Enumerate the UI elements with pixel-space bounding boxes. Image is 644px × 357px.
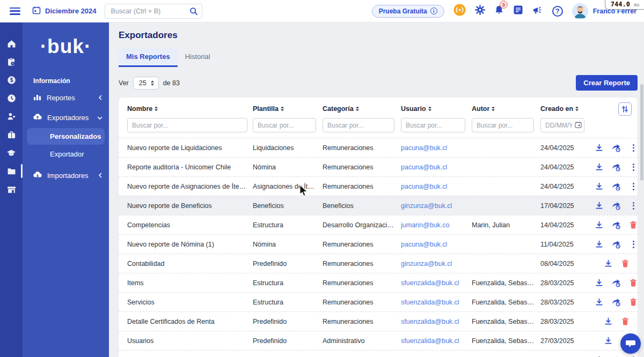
tab-historial[interactable]: Historial (178, 48, 218, 67)
avatar[interactable] (572, 3, 588, 19)
settings-gear-icon[interactable] (475, 5, 485, 17)
kebab-menu-icon[interactable] (628, 162, 638, 172)
hamburger-menu-icon[interactable] (10, 8, 20, 15)
search-input[interactable] (105, 4, 202, 19)
trial-badge[interactable]: Prueba Gratuita i (372, 5, 444, 18)
rail-documents-icon[interactable] (0, 162, 23, 180)
table-row[interactable]: ItemsEstructuraRemuneracionessfuenzalida… (119, 273, 638, 292)
delete-icon[interactable] (628, 278, 638, 288)
download-icon[interactable] (594, 143, 604, 153)
table-row[interactable]: Nuevo reporte de BeneficiosBeneficiosBen… (119, 196, 638, 215)
chat-fab-button[interactable] (620, 333, 641, 354)
tab-mis-reportes[interactable]: Mis Reportes (119, 48, 178, 67)
notifications-bell-icon[interactable]: 3 (494, 5, 504, 17)
sidebar-item-exportadores[interactable]: Exportadores (23, 108, 109, 127)
filter-autor-input[interactable] (472, 118, 534, 132)
kebab-menu-icon[interactable] (628, 143, 638, 153)
download-icon[interactable] (603, 259, 613, 269)
cell-usuario[interactable]: sfuenzalida@buk.cl (401, 337, 472, 345)
scrollbar-thumb[interactable] (640, 84, 643, 181)
schedule-send-icon[interactable] (611, 162, 621, 172)
cell-usuario[interactable]: ginzunza@buk.cl (401, 202, 472, 210)
download-icon[interactable] (594, 298, 604, 307)
download-icon[interactable] (594, 220, 604, 230)
rail-payroll-icon[interactable]: $ (0, 71, 23, 89)
rail-benefits-icon[interactable] (0, 125, 23, 144)
download-icon[interactable] (594, 278, 604, 288)
schedule-send-icon[interactable] (611, 240, 621, 249)
column-header-plantilla[interactable]: Plantilla (253, 105, 323, 113)
rail-home-icon[interactable] (0, 34, 23, 53)
rail-talent-icon[interactable] (0, 107, 23, 125)
table-row[interactable]: Nuevo reporte de LiquidacionesLiquidacio… (119, 138, 638, 157)
schedule-send-icon[interactable] (611, 143, 621, 153)
delete-icon[interactable] (628, 220, 638, 230)
page-size-select[interactable]: 25 (133, 77, 159, 90)
column-header-categoria[interactable]: Categoría (323, 105, 401, 113)
megaphone-icon[interactable] (532, 5, 543, 17)
cell-usuario[interactable]: pacuna@buk.cl (401, 144, 472, 152)
delete-icon[interactable] (620, 259, 630, 269)
cell-usuario[interactable]: ginzunza@buk.cl (401, 260, 472, 267)
download-icon[interactable] (594, 182, 604, 191)
table-row[interactable]: CompetenciasEstructuraDesarrollo Organiz… (119, 215, 638, 234)
table-row[interactable]: Reporte auditoría - Unicomer ChileNómina… (119, 157, 638, 176)
search-icon[interactable] (189, 7, 198, 18)
download-icon[interactable] (594, 240, 604, 249)
schedule-send-icon[interactable] (611, 220, 621, 230)
rail-time-icon[interactable] (0, 89, 23, 107)
table-row[interactable]: Nuevo reporte de NóminaNóminaRemuneracio… (119, 350, 638, 357)
filter-nombre-input[interactable] (127, 118, 247, 132)
delete-icon[interactable] (628, 298, 638, 307)
cell-usuario[interactable]: pacuna@buk.cl (401, 241, 472, 248)
delete-icon[interactable] (620, 317, 630, 326)
create-report-button[interactable]: Crear Reporte (576, 75, 638, 91)
rail-marketplace-icon[interactable] (0, 180, 23, 198)
column-header-creado-en[interactable]: Creado en (540, 105, 594, 113)
table-row[interactable]: ContabilidadPredefinidoRemuneracionesgin… (119, 254, 638, 273)
cell-usuario[interactable]: sfuenzalida@buk.cl (401, 299, 472, 306)
cell-usuario[interactable]: sfuenzalida@buk.cl (401, 318, 472, 325)
table-row[interactable]: Detalle Certificados de RentaPredefinido… (119, 311, 638, 331)
rail-training-icon[interactable] (0, 144, 23, 162)
kebab-menu-icon[interactable] (628, 240, 638, 249)
kebab-menu-icon[interactable] (628, 355, 638, 357)
cell-usuario[interactable]: jumarin@buk.co (401, 221, 472, 229)
sidebar-item-personalizados[interactable]: Personalizados (27, 128, 105, 145)
schedule-send-icon[interactable] (611, 182, 621, 191)
table-row[interactable]: ServiciosEstructuraRemuneracionessfuenza… (119, 292, 638, 311)
kebab-menu-icon[interactable] (628, 201, 638, 211)
filter-categoria-input[interactable] (323, 118, 394, 132)
cell-usuario[interactable]: pacuna@buk.cl (401, 183, 472, 190)
schedule-send-icon[interactable] (611, 298, 621, 307)
column-filters-button[interactable] (618, 102, 632, 116)
download-icon[interactable] (603, 336, 613, 346)
sidebar-item-importadores[interactable]: Importadores (23, 166, 109, 185)
cell-usuario[interactable]: pacuna@buk.cl (401, 163, 472, 171)
table-row[interactable]: Nuevo reporte de Asignaciones de ÍtemsAs… (119, 176, 638, 196)
column-header-autor[interactable]: Autor (472, 105, 540, 113)
filter-usuario-input[interactable] (401, 118, 465, 132)
table-row[interactable]: UsuariosPredefinidoAdministrativosfuenza… (119, 331, 638, 350)
rail-tasks-icon[interactable] (0, 53, 23, 71)
column-header-nombre[interactable]: Nombre (127, 105, 253, 113)
schedule-send-icon[interactable] (611, 278, 621, 288)
cell-usuario[interactable]: sfuenzalida@buk.cl (401, 279, 472, 287)
schedule-send-icon[interactable] (611, 201, 621, 211)
news-doc-icon[interactable] (513, 5, 523, 17)
kebab-menu-icon[interactable] (628, 182, 638, 191)
schedule-send-icon[interactable] (611, 355, 621, 357)
period-selector[interactable]: Diciembre 2024 (32, 6, 96, 16)
download-icon[interactable] (594, 355, 604, 357)
sidebar-item-reportes[interactable]: Reportes (23, 88, 109, 108)
sidebar-item-exportador[interactable]: Exportador (27, 146, 105, 162)
help-icon[interactable]: ? (552, 6, 563, 17)
download-icon[interactable] (603, 317, 613, 326)
filter-plantilla-input[interactable] (253, 118, 316, 132)
column-header-usuario[interactable]: Usuario (401, 105, 472, 113)
scrollbar[interactable] (640, 23, 644, 357)
goals-icon[interactable] (453, 4, 466, 18)
download-icon[interactable] (594, 201, 604, 211)
download-icon[interactable] (594, 162, 604, 172)
table-row[interactable]: Nuevo reporte de Nómina (1)NóminaRemuner… (119, 234, 638, 254)
